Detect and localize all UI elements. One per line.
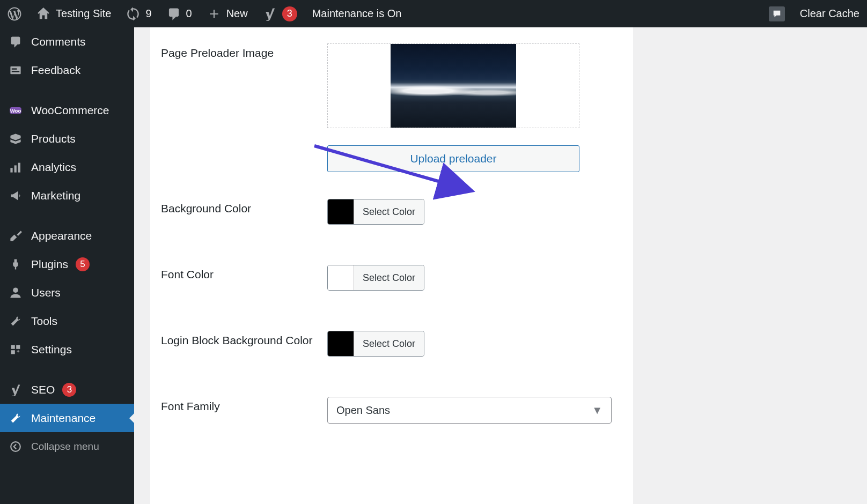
svg-rect-9 (11, 345, 15, 349)
sidebar-item-comments[interactable]: Comments (0, 27, 134, 56)
wordpress-icon (8, 7, 21, 21)
sidebar-item-label: Plugins (31, 258, 68, 271)
sidebar-item-label: Settings (31, 343, 72, 356)
sidebar-item-tools[interactable]: Tools (0, 307, 134, 335)
tools-icon (8, 315, 24, 328)
sidebar-item-woo[interactable]: WooWooCommerce (0, 96, 134, 124)
svg-point-8 (13, 287, 18, 293)
sidebar-item-seo[interactable]: SEO3 (0, 375, 134, 404)
settings-icon (8, 343, 24, 356)
comments-count: 0 (186, 8, 192, 20)
feedback-icon (8, 64, 24, 77)
row-login-bg-color: Login Block Background Color Select Colo… (161, 331, 622, 358)
sidebar-item-label: Comments (31, 35, 86, 48)
yoast-badge: 3 (282, 6, 297, 21)
comments-link[interactable]: 0 (159, 0, 200, 27)
svg-rect-5 (10, 168, 12, 172)
home-icon (36, 7, 50, 21)
plugins-icon (8, 258, 24, 271)
sidebar-item-label: WooCommerce (31, 104, 109, 117)
sidebar-item-plugins[interactable]: Plugins5 (0, 250, 134, 278)
comment-icon (167, 7, 181, 21)
maintenance-status[interactable]: Maintenance is On (305, 0, 409, 27)
maintenance-icon (8, 412, 24, 425)
login-bg-select-color-button[interactable]: Select Color (354, 331, 424, 356)
clear-cache-label: Clear Cache (800, 8, 859, 20)
svg-rect-0 (10, 66, 20, 73)
wp-logo[interactable] (0, 0, 29, 27)
login-bg-color-swatch[interactable] (328, 331, 354, 356)
font-color-label: Font Color (161, 265, 327, 282)
sidebar-item-feedback[interactable]: Feedback (0, 56, 134, 84)
upload-preloader-button[interactable]: Upload preloader (327, 145, 579, 172)
collapse-menu[interactable]: Collapse menu (0, 432, 134, 461)
login-bg-label: Login Block Background Color (161, 331, 327, 348)
bg-color-picker: Select Color (327, 199, 424, 225)
menu-separator (0, 210, 134, 221)
comments-icon (8, 35, 24, 48)
svg-text:Woo: Woo (10, 107, 21, 113)
preloader-thumbnail (391, 44, 516, 128)
sidebar-item-label: Products (31, 132, 76, 145)
menu-badge: 3 (62, 383, 76, 397)
sidebar-item-label: Marketing (31, 189, 80, 202)
updates-link[interactable]: 9 (119, 0, 159, 27)
font-select-color-button[interactable]: Select Color (354, 265, 424, 290)
refresh-icon (126, 7, 140, 21)
settings-panel: Page Preloader Image Upload preloader Ba… (150, 27, 633, 504)
seo-icon (8, 383, 24, 396)
row-font-color: Font Color Select Color (161, 265, 622, 292)
speech-bubble-icon (769, 6, 785, 21)
font-family-value: Open Sans (336, 404, 390, 417)
bg-select-color-button[interactable]: Select Color (354, 199, 424, 224)
notifications-link[interactable] (761, 0, 792, 27)
collapse-icon (8, 441, 24, 453)
menu-badge: 5 (76, 257, 90, 271)
bg-color-swatch[interactable] (328, 199, 354, 224)
sidebar-item-label: Appearance (31, 229, 92, 242)
sidebar-item-label: Tools (31, 315, 57, 328)
font-color-swatch[interactable] (328, 265, 354, 290)
plus-icon (207, 7, 221, 21)
preloader-image-box[interactable] (327, 43, 579, 128)
font-family-select[interactable]: Open Sans ▼ (327, 397, 612, 424)
font-family-label: Font Family (161, 397, 327, 414)
products-icon (8, 132, 24, 145)
sidebar-item-users[interactable]: Users (0, 278, 134, 307)
sidebar-item-analytics[interactable]: Analytics (0, 153, 134, 181)
new-link[interactable]: New (200, 0, 255, 27)
svg-rect-11 (11, 350, 15, 354)
svg-rect-7 (18, 162, 20, 172)
svg-rect-2 (12, 71, 19, 72)
collapse-label: Collapse menu (31, 441, 99, 453)
svg-point-14 (11, 442, 20, 451)
site-link[interactable]: Testing Site (29, 0, 119, 27)
chevron-down-icon: ▼ (592, 404, 603, 417)
row-background-color: Background Color Select Color (161, 199, 622, 226)
sidebar-item-appearance[interactable]: Appearance (0, 221, 134, 250)
sidebar-item-maintenance[interactable]: Maintenance (0, 404, 134, 432)
maintenance-label: Maintenance is On (312, 8, 402, 20)
users-icon (8, 286, 24, 299)
updates-count: 9 (145, 8, 151, 20)
admin-bar: Testing Site 9 0 New 3 Maintenance is On… (0, 0, 867, 27)
svg-rect-1 (12, 68, 17, 69)
row-preloader-image: Page Preloader Image Upload preloader (161, 43, 622, 172)
sidebar-item-label: Users (31, 286, 61, 299)
content-area: Page Preloader Image Upload preloader Ba… (134, 27, 867, 504)
sidebar-item-products[interactable]: Products (0, 124, 134, 153)
marketing-icon (8, 189, 24, 202)
admin-sidebar: CommentsFeedbackWooWooCommerceProductsAn… (0, 27, 134, 504)
site-title: Testing Site (56, 8, 111, 20)
sidebar-item-label: SEO (31, 383, 55, 396)
new-label: New (226, 8, 248, 20)
svg-rect-10 (16, 345, 20, 349)
woo-icon: Woo (8, 104, 24, 117)
menu-separator (0, 364, 134, 375)
yoast-link[interactable]: 3 (255, 0, 305, 27)
analytics-icon (8, 161, 24, 174)
sidebar-item-marketing[interactable]: Marketing (0, 181, 134, 210)
yoast-icon (263, 7, 277, 21)
clear-cache-link[interactable]: Clear Cache (792, 0, 867, 27)
sidebar-item-settings[interactable]: Settings (0, 335, 134, 364)
